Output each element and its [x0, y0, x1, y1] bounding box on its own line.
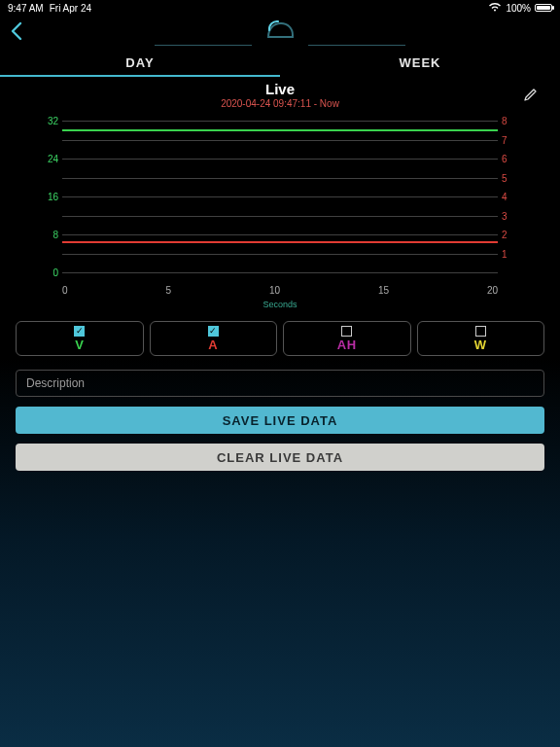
y-right-tick: 7	[502, 134, 515, 145]
legend-label: V	[75, 338, 84, 352]
legend-item-v[interactable]: ✓ V	[16, 321, 144, 356]
x-axis: 05101520	[62, 285, 498, 296]
y-right-tick: 5	[502, 172, 515, 183]
y-left-tick: 8	[41, 230, 58, 240]
grid-line	[62, 159, 498, 160]
y-right-tick: 3	[502, 210, 515, 221]
legend: ✓ V ✓ A AH W	[16, 321, 544, 356]
legend-item-w[interactable]: W	[417, 321, 545, 356]
x-tick: 15	[378, 285, 389, 296]
y-right-tick: 8	[502, 116, 515, 126]
checkbox-icon: ✓	[74, 326, 85, 337]
y-left-tick: 24	[41, 154, 58, 164]
nav-bar	[0, 16, 560, 51]
legend-item-a[interactable]: ✓ A	[150, 321, 278, 356]
y-left-tick: 16	[41, 192, 58, 202]
y-right-tick: 1	[502, 248, 515, 259]
grid-line	[62, 234, 498, 235]
battery-icon	[535, 4, 552, 12]
description-input[interactable]	[16, 370, 544, 397]
tab-day[interactable]: DAY	[0, 50, 280, 77]
live-title: Live	[16, 81, 544, 97]
save-live-data-button[interactable]: SAVE LIVE DATA	[16, 407, 544, 434]
series-a	[62, 241, 498, 243]
y-right-tick: 2	[502, 230, 515, 240]
x-tick: 0	[62, 285, 68, 296]
y-left-tick: 32	[41, 116, 58, 126]
x-tick: 20	[487, 285, 498, 296]
tab-week[interactable]: WEEK	[280, 50, 560, 77]
status-bar: 9:47 AM Fri Apr 24 100%	[0, 0, 560, 16]
live-header: Live 2020-04-24 09:47:11 - Now	[16, 81, 544, 109]
helmet-icon	[262, 18, 298, 47]
checkbox-icon: ✓	[208, 326, 219, 337]
legend-item-ah[interactable]: AH	[283, 321, 411, 356]
app-logo	[262, 18, 298, 47]
battery-pct: 100%	[506, 3, 531, 14]
legend-label: A	[208, 338, 218, 352]
status-date: Fri Apr 24	[50, 3, 91, 14]
checkbox-icon	[475, 326, 486, 337]
checkbox-icon	[341, 326, 352, 337]
wifi-icon	[488, 2, 502, 14]
x-axis-label: Seconds	[262, 300, 297, 309]
y-left-tick: 0	[41, 267, 58, 278]
x-tick: 5	[165, 285, 171, 296]
live-timestamp: 2020-04-24 09:47:11 - Now	[16, 98, 544, 109]
grid-line	[62, 216, 498, 217]
edit-icon[interactable]	[523, 87, 539, 106]
y-right-tick: 6	[502, 154, 515, 164]
clear-live-data-button[interactable]: CLEAR LIVE DATA	[16, 444, 544, 471]
legend-label: W	[474, 338, 487, 352]
status-time: 9:47 AM	[8, 3, 44, 14]
grid-line	[62, 178, 498, 179]
live-chart: 0816243212345678 05101520 Seconds	[43, 121, 517, 296]
grid-line	[62, 196, 498, 197]
grid-line	[62, 140, 498, 141]
back-button[interactable]	[10, 21, 23, 45]
grid-line	[62, 254, 498, 255]
y-right-tick: 4	[502, 192, 515, 202]
range-tabs: DAY WEEK	[0, 50, 560, 77]
grid-line	[62, 121, 498, 122]
grid-line	[62, 272, 498, 273]
x-tick: 10	[269, 285, 280, 296]
series-v	[62, 129, 498, 131]
legend-label: AH	[337, 338, 357, 352]
